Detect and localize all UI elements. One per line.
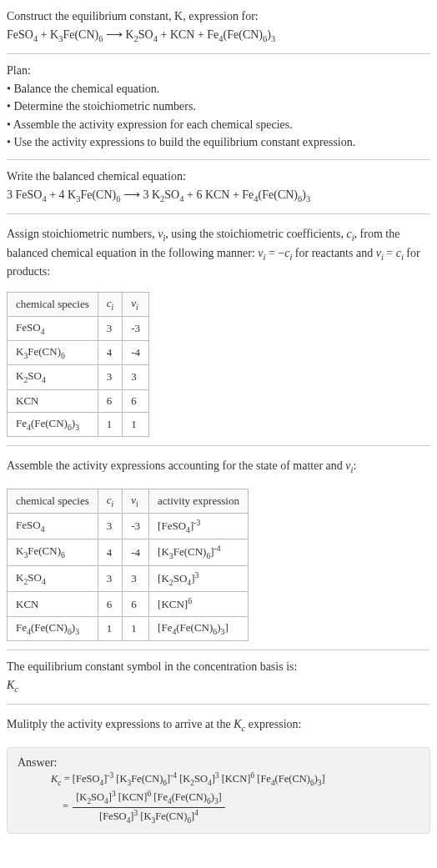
answer-line2: = [K2SO4]3 [KCN]6 [Fe4(Fe(CN)6)3] [FeSO4… [63,789,419,826]
th-nui: νi [123,489,149,513]
th-ci: ci [98,292,123,316]
table-row: Fe4(Fe(CN)6)3 1 1 [8,412,149,436]
balanced-equation: 3 FeSO4 + 4 K3Fe(CN)6 ⟶ 3 K2SO4 + 6 KCN … [7,187,430,205]
eqconst-line1: The equilibrium constant symbol in the c… [7,659,430,675]
cell-species: FeSO4 [8,316,98,340]
table-row: K3Fe(CN)6 4 -4 [K3Fe(CN)6]-4 [8,539,249,566]
table-header-row: chemical species ci νi [8,292,149,316]
divider [7,159,430,160]
th-ci: ci [98,489,123,513]
table-row: KCN 6 6 [KCN]6 [8,592,249,617]
table-header-row: chemical species ci νi activity expressi… [8,489,249,513]
divider [7,704,430,705]
th-species: chemical species [8,292,98,316]
th-nui: νi [123,292,149,316]
cell-c: 6 [98,389,123,412]
divider [7,53,430,54]
table-row: Fe4(Fe(CN)6)3 1 1 [Fe4(Fe(CN)6)3] [8,616,249,640]
divider [7,213,430,214]
multiply-line: Mulitply the activity expressions to arr… [7,716,430,735]
table-row: K3Fe(CN)6 4 -4 [8,341,149,365]
cell-c: 1 [98,412,123,436]
balanced-section: Write the balanced chemical equation: 3 … [7,168,430,205]
cell-c: 3 [98,316,123,340]
eq-left: FeSO4 + K3Fe(CN)6 [7,28,103,41]
assemble-paragraph: Assemble the activity expressions accoun… [7,458,430,476]
cell-v: -3 [123,316,149,340]
prompt-header: Construct the equilibrium constant, K, e… [7,8,430,45]
unbalanced-equation: FeSO4 + K3Fe(CN)6 ⟶ K2SO4 + KCN + Fe4(Fe… [7,27,430,45]
plan-title: Plan: [7,63,430,79]
prompt-line1: Construct the equilibrium constant, K, e… [7,8,430,25]
divider [7,445,430,446]
answer-box: Answer: Kc = [FeSO4]-3 [K3Fe(CN)6]-4 [K2… [7,747,430,834]
divider [7,650,430,650]
cell-v: 1 [123,412,149,436]
arrow: ⟶ [103,28,125,41]
prompt-text: Construct the equilibrium constant, K, e… [7,10,259,23]
assign-paragraph: Assign stoichiometric numbers, νi, using… [7,226,430,280]
balanced-title: Write the balanced chemical equation: [7,168,430,185]
answer-label: Answer: [18,755,419,771]
cell-v: 6 [123,389,149,412]
cell-v: -4 [123,341,149,365]
cell-species: Fe4(Fe(CN)6)3 [8,412,98,436]
table-row: K2SO4 3 3 [8,365,149,389]
plan-bullet-4: • Use the activity expressions to build … [7,134,430,151]
table-row: FeSO4 3 -3 [8,316,149,340]
table-row: KCN 6 6 [8,389,149,412]
answer-fraction: [K2SO4]3 [KCN]6 [Fe4(Fe(CN)6)3] [FeSO4]3… [73,789,225,826]
fraction-numerator: [K2SO4]3 [KCN]6 [Fe4(Fe(CN)6)3] [73,789,225,808]
cell-species: K2SO4 [8,365,98,389]
cell-c: 3 [98,365,123,389]
fraction-denominator: [FeSO4]3 [K3Fe(CN)6]4 [73,808,225,826]
cell-c: 4 [98,341,123,365]
eqconst-symbol: Kc [7,677,430,695]
cell-species: KCN [8,389,98,412]
plan-bullet-3: • Assemble the activity expression for e… [7,117,430,133]
answer-line1: Kc = [FeSO4]-3 [K3Fe(CN)6]-4 [K2SO4]3 [K… [51,770,419,789]
plan-bullet-1: • Balance the chemical equation. [7,81,430,98]
th-activity: activity expression [149,489,249,513]
th-species: chemical species [8,489,98,513]
table-row: K2SO4 3 3 [K2SO4]3 [8,565,249,592]
plan-bullet-2: • Determine the stoichiometric numbers. [7,98,430,115]
activity-table: chemical species ci νi activity expressi… [7,489,249,642]
eqconst-section: The equilibrium constant symbol in the c… [7,659,430,695]
stoich-table: chemical species ci νi FeSO4 3 -3 K3Fe(C… [7,292,149,437]
cell-v: 3 [123,365,149,389]
plan-section: Plan: • Balance the chemical equation. •… [7,63,430,151]
eq-right: K2SO4 + KCN + Fe4(Fe(CN)6)3 [125,28,275,41]
cell-species: K3Fe(CN)6 [8,341,98,365]
table-row: FeSO4 3 -3 [FeSO4]-3 [8,513,249,539]
